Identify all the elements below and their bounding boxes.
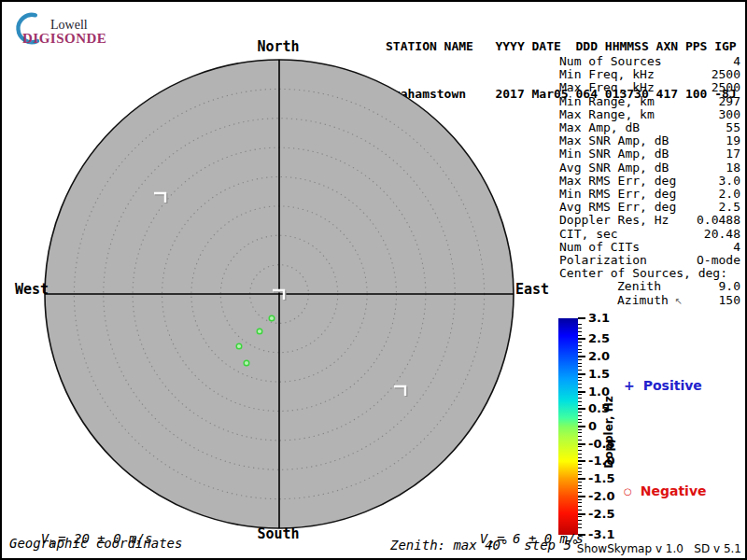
colorbar-major-tick — [578, 460, 585, 462]
stat-label: Min SNR Amp, dB — [559, 147, 669, 161]
stat-row: Azimuth↖150 — [559, 294, 740, 308]
stat-label: Center of Sources, deg: — [559, 267, 727, 280]
colorbar-minor-tick — [578, 380, 582, 381]
colorbar-tick-label: -2.0 — [588, 489, 614, 504]
stat-row: Min SNR Amp, dB17 — [559, 147, 740, 161]
stat-row: Min RMS Err, deg2.0 — [559, 188, 740, 201]
stat-label: Zenith — [617, 280, 661, 293]
colorbar-minor-tick — [578, 464, 582, 465]
colorbar-minor-tick — [578, 324, 582, 325]
showskymap-window: Lowell DIGISONDE STATION NAME YYYY DATE … — [0, 0, 747, 560]
colorbar-minor-tick — [578, 328, 582, 329]
colorbar-major-tick — [578, 373, 585, 375]
stat-label: Azimuth↖ — [617, 294, 683, 308]
stat-row: Center of Sources, deg: — [559, 267, 740, 280]
stat-row: Num of Sources4 — [559, 55, 740, 68]
colorbar-minor-tick — [578, 359, 582, 360]
colorbar-tick-label: 2.5 — [588, 331, 610, 346]
colorbar-tick-label: 3.1 — [588, 311, 610, 326]
colorbar-minor-tick — [578, 401, 582, 402]
stat-row: Avg SNR Amp, dB18 — [559, 161, 740, 175]
stat-row: Max Freq, kHz2500 — [559, 81, 740, 94]
stat-value: 2.0 — [719, 188, 740, 201]
colorbar-major-tick — [578, 391, 585, 393]
stat-value: 9.0 — [719, 280, 740, 293]
colorbar-minor-tick — [578, 429, 582, 430]
stat-value: 2.5 — [719, 201, 740, 214]
stat-row: Min Freq, kHz2500 — [559, 68, 740, 81]
stat-value: 4 — [733, 55, 740, 68]
stat-value: 3.0 — [719, 175, 740, 188]
stat-label: Avg SNR Amp, dB — [559, 161, 669, 175]
stat-row: Max Range, km300 — [559, 108, 740, 121]
colorbar-minor-tick — [578, 377, 582, 378]
stat-label: Max Freq, kHz — [559, 81, 655, 94]
colorbar-minor-tick — [578, 335, 582, 336]
colorbar-minor-tick — [578, 370, 582, 371]
colorbar-minor-tick — [578, 419, 582, 420]
stat-row: Max Amp, dB55 — [559, 121, 740, 134]
stat-value: O-mode — [697, 254, 740, 267]
coordinates-label: Geographic coordinates — [9, 536, 182, 551]
stat-row: CIT, sec20.48 — [559, 228, 740, 241]
colorbar-minor-tick — [578, 432, 582, 433]
colorbar-major-tick — [578, 426, 585, 427]
stat-value: 20.48 — [704, 228, 740, 241]
legend-negative: ○Negative — [624, 483, 707, 498]
stat-row: Doppler Res, Hz0.0488 — [559, 214, 740, 227]
stat-label: Max Range, km — [559, 108, 655, 121]
stat-value: 19 — [726, 134, 740, 147]
doppler-colorbar — [558, 318, 578, 535]
colorbar-major-tick — [578, 408, 585, 410]
stat-value: 2500 — [712, 68, 740, 81]
colorbar-minor-tick — [578, 415, 582, 416]
stat-row: PolarizationO-mode — [559, 254, 740, 267]
colorbar-major-tick — [578, 317, 585, 319]
stat-label: CIT, sec — [559, 228, 618, 241]
colorbar-minor-tick — [578, 506, 582, 507]
legend-positive: +Positive — [624, 378, 702, 393]
stat-label: Min Range, km — [559, 95, 655, 108]
stat-label: Num of CITs — [559, 241, 640, 254]
stat-label: Num of Sources — [559, 55, 662, 68]
compass-north-label: North — [257, 38, 299, 55]
compass-south-label: South — [257, 525, 299, 542]
doppler-source-dot — [257, 329, 262, 334]
colorbar-minor-tick — [578, 468, 582, 469]
stat-row: Max SNR Amp, dB19 — [559, 134, 740, 147]
doppler-source-dot — [236, 343, 242, 349]
stat-value: 55 — [726, 121, 740, 134]
colorbar-minor-tick — [578, 366, 582, 367]
legend-negative-label: Negative — [641, 483, 707, 498]
colorbar-minor-tick — [578, 457, 582, 458]
colorbar-major-tick — [578, 356, 585, 357]
stat-label: Max RMS Err, deg — [559, 175, 676, 188]
colorbar-major-tick — [578, 443, 585, 445]
doppler-source-dot — [244, 360, 249, 366]
stat-value: 2500 — [712, 81, 740, 94]
stats-panel: Num of Sources4Min Freq, kHz2500Max Freq… — [559, 55, 740, 308]
stat-label: Min RMS Err, deg — [559, 188, 676, 201]
stat-label: Polarization — [559, 254, 647, 267]
open-circle-icon: ○ — [624, 486, 632, 497]
colorbar-major-tick — [578, 338, 585, 340]
stat-row: Avg RMS Err, deg2.5 — [559, 201, 740, 214]
colorbar-minor-tick — [578, 510, 582, 511]
colorbar-minor-tick — [578, 482, 582, 483]
colorbar-tick-label: 1.5 — [588, 367, 610, 382]
stat-row: Max RMS Err, deg3.0 — [559, 175, 740, 188]
colorbar-minor-tick — [578, 485, 582, 486]
colorbar-minor-tick — [578, 488, 582, 489]
colorbar-minor-tick — [578, 474, 582, 475]
colorbar-minor-tick — [578, 387, 582, 388]
colorbar-minor-tick — [578, 352, 582, 353]
colorbar-minor-tick — [578, 345, 582, 346]
stat-row: Min Range, km297 — [559, 95, 740, 108]
colorbar-minor-tick — [578, 440, 582, 441]
colorbar-minor-tick — [578, 454, 582, 455]
stat-row: Zenith9.0 — [559, 280, 740, 293]
azimuth-direction-icon: ↖ — [675, 296, 683, 306]
colorbar-minor-tick — [578, 450, 582, 451]
doppler-source-dot — [269, 315, 275, 321]
colorbar-minor-tick — [578, 412, 582, 413]
